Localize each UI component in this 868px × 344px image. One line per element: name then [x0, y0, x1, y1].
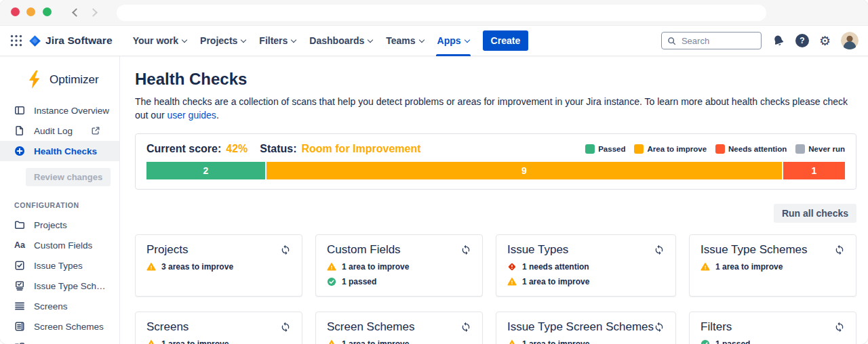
board-icon [14, 105, 25, 116]
nav-item-apps[interactable]: Apps [431, 26, 476, 56]
card-title: Filters [701, 320, 732, 334]
card-status: 3 areas to improve [146, 262, 291, 272]
window-zoom-button[interactable] [43, 7, 52, 16]
review-changes-button[interactable]: Review changes [26, 168, 111, 186]
card-status-label: 1 passed [342, 277, 376, 286]
card-title: Screens [146, 320, 189, 334]
health-card-screen-schemes[interactable]: Screen Schemes 1 area to improve [315, 311, 483, 344]
create-button[interactable]: Create [483, 30, 529, 51]
health-card-custom-fields[interactable]: Custom Fields 1 area to improve1 passed [315, 234, 483, 297]
sidebar-item-label: Audit Log [34, 126, 73, 136]
card-status-label: 1 area to improve [522, 339, 589, 344]
status-value: Room for Improvement [302, 143, 421, 155]
health-card-issue-type-screen-schemes[interactable]: Issue Type Screen Schemes 1 area to impr… [496, 311, 676, 344]
card-status: 1 passed [327, 277, 471, 286]
nav-item-projects[interactable]: Projects [193, 26, 252, 56]
success-icon [701, 339, 710, 344]
nav-item-label: Teams [386, 35, 415, 46]
app-name: Optimizer [50, 73, 99, 87]
config-item-projects[interactable]: Projects [0, 215, 119, 235]
window-minimize-button[interactable] [26, 7, 35, 16]
document-icon [14, 125, 25, 136]
chevron-down-icon [241, 37, 246, 42]
legend: PassedArea to improveNeeds attentionNeve… [585, 144, 845, 154]
card-status: 1 area to improve [327, 339, 471, 344]
config-item-screen-schemes[interactable]: Screen Schemes [0, 316, 119, 337]
status-label: Status: [260, 143, 296, 155]
nav-item-dashboards[interactable]: Dashboards [302, 26, 379, 56]
nav-item-your-work[interactable]: Your work [126, 26, 193, 56]
health-card-issue-type-schemes[interactable]: Issue Type Schemes 1 area to improve [689, 234, 856, 297]
window-close-button[interactable] [11, 7, 20, 16]
health-card-filters[interactable]: Filters 1 passed [689, 311, 856, 344]
gear-icon[interactable]: ⚙ [819, 35, 831, 47]
nav-item-label: Your work [133, 35, 178, 46]
config-item-issue-type-screen-sche[interactable]: Issue Type Screen Sche... [0, 337, 119, 344]
health-checks-stacked-bar: 291 [146, 162, 845, 179]
refresh-icon[interactable] [654, 322, 665, 332]
warning-icon [327, 262, 336, 272]
jira-logo[interactable]: Jira Software [28, 35, 113, 47]
sidebar-item-instance-overview[interactable]: Instance Overview [0, 100, 119, 121]
help-icon[interactable]: ? [795, 34, 809, 47]
nav-item-filters[interactable]: Filters [252, 26, 302, 56]
refresh-icon[interactable] [834, 322, 845, 332]
notifications-bell-icon[interactable] [772, 34, 785, 47]
card-title: Custom Fields [327, 243, 401, 257]
card-title: Issue Types [507, 243, 568, 257]
product-name: Jira Software [45, 35, 113, 47]
optimizer-sidebar: Optimizer Instance OverviewAudit LogHeal… [0, 56, 120, 344]
config-item-issue-type-schemes[interactable]: Issue Type Schemes [0, 276, 119, 296]
card-status-label: 1 area to improve [522, 277, 589, 286]
config-item-screens[interactable]: Screens [0, 296, 119, 316]
sidebar-item-label: Screen Schemes [34, 322, 104, 332]
browser-address-bar[interactable] [117, 5, 766, 21]
health-card-screens[interactable]: Screens 1 area to improve [135, 311, 302, 344]
legend-item-never-run: Never run [795, 144, 845, 154]
sidebar-item-health-checks[interactable]: Health Checks [0, 141, 119, 161]
description-text: The health checks are a collection of sc… [135, 96, 848, 121]
avatar[interactable] [841, 32, 859, 49]
browser-forward-button[interactable] [89, 8, 98, 17]
user-guides-link[interactable]: user guides [167, 110, 216, 121]
config-item-custom-fields[interactable]: AaCustom Fields [0, 235, 119, 255]
config-item-issue-types[interactable]: Issue Types [0, 255, 119, 276]
run-all-checks-button[interactable]: Run all checks [774, 204, 856, 223]
sidebar-nav: Instance OverviewAudit LogHealth Checks [0, 100, 119, 161]
refresh-icon[interactable] [280, 322, 291, 332]
sidebar-item-label: Screens [34, 301, 68, 311]
refresh-icon[interactable] [460, 244, 471, 255]
card-title: Screen Schemes [327, 320, 414, 334]
search-input[interactable] [680, 35, 755, 47]
success-icon [327, 277, 336, 286]
bar-segment-passed: 2 [146, 162, 265, 179]
card-status-label: 1 area to improve [715, 262, 783, 272]
page-title: Health Checks [135, 70, 856, 89]
card-title: Issue Type Schemes [701, 243, 808, 257]
health-card-projects[interactable]: Projects 3 areas to improve [135, 234, 302, 297]
refresh-icon[interactable] [280, 244, 291, 255]
warning-icon [507, 277, 517, 286]
bar-segment-area-to-improve: 9 [267, 162, 782, 179]
legend-swatch [795, 144, 805, 154]
plus-circle-icon [14, 146, 25, 156]
refresh-icon[interactable] [834, 244, 845, 255]
card-status: 1 area to improve [507, 339, 665, 344]
nav-item-label: Projects [200, 35, 237, 46]
card-title: Issue Type Screen Schemes [507, 320, 654, 334]
external-link-icon[interactable] [90, 126, 101, 135]
jira-top-navbar: Jira Software Your workProjectsFiltersDa… [0, 26, 868, 56]
sidebar-item-label: Issue Types [34, 261, 83, 271]
chevron-down-icon [368, 37, 373, 42]
sidebar-item-audit-log[interactable]: Audit Log [0, 121, 119, 141]
health-card-issue-types[interactable]: Issue Types 1 needs attention1 area to i… [496, 234, 676, 297]
search-box[interactable] [661, 32, 762, 49]
refresh-icon[interactable] [654, 244, 665, 255]
primary-nav: Your workProjectsFiltersDashboardsTeamsA… [126, 26, 476, 56]
folder-icon [14, 219, 25, 230]
nav-item-teams[interactable]: Teams [379, 26, 430, 56]
legend-item-needs-attention: Needs attention [715, 144, 787, 154]
app-switcher-icon[interactable] [9, 34, 23, 47]
browser-back-button[interactable] [72, 8, 81, 17]
refresh-icon[interactable] [460, 322, 471, 332]
